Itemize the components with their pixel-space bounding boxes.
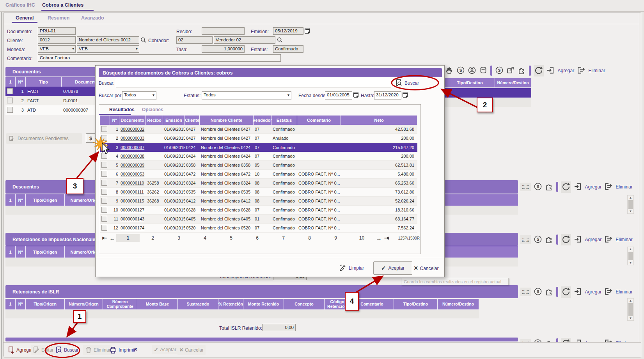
results-col-1[interactable]: Nº — [110, 116, 119, 125]
results-col-4[interactable]: Emisión — [163, 116, 185, 125]
buscar-por-select[interactable]: Todos▾ — [122, 91, 156, 100]
person-circle-icon[interactable] — [468, 66, 476, 76]
row-checkbox[interactable] — [101, 126, 107, 132]
toolbar-eliminar-label[interactable]: Eliminar — [616, 289, 632, 295]
modal-search-input[interactable] — [116, 79, 391, 87]
aceptar-button[interactable]: ✓ Aceptar — [152, 345, 178, 354]
toolbar-agregar-label[interactable]: Agregar — [585, 341, 602, 342]
page-7-button[interactable]: 7 — [270, 235, 296, 241]
cell-documento-link[interactable]: 0000000032 — [119, 127, 146, 132]
row-checkbox[interactable] — [101, 216, 107, 222]
selected-row-fragment[interactable] — [445, 88, 531, 98]
puzzle-icon[interactable] — [545, 287, 554, 297]
results-col-2[interactable]: Documento — [119, 116, 146, 125]
recibo-field[interactable] — [202, 27, 245, 35]
toolbar-eliminar-label[interactable]: Eliminar — [588, 68, 605, 73]
scroll-up-icon[interactable]: ▲ — [629, 196, 632, 199]
results-col-7[interactable]: Vendedor — [254, 116, 271, 125]
tab-resultados[interactable]: Resultados — [109, 107, 135, 112]
page-9-button[interactable]: 9 — [323, 235, 349, 241]
toolbar-eliminar-label[interactable]: Eliminar — [616, 341, 632, 342]
cell-documento-link[interactable]: 0000000039 — [119, 163, 146, 167]
row-checkbox[interactable] — [101, 180, 107, 186]
remove-rows-icon[interactable] — [577, 66, 585, 76]
last-page-button[interactable]: ⇥ — [383, 235, 390, 242]
cell-documento-link[interactable]: 0000000174 — [119, 226, 146, 230]
page-1-button[interactable]: 1 — [116, 234, 140, 242]
tab-cobros-a-clientes[interactable]: Cobros a Clientes — [42, 2, 83, 8]
page-6-button[interactable]: 6 — [244, 235, 270, 241]
cell-documento-link[interactable]: 0000000038 — [119, 154, 146, 158]
tab-avanzado[interactable]: Avanzado — [81, 15, 104, 21]
refresh-icon[interactable] — [561, 234, 571, 245]
page-10-button[interactable]: 10 — [349, 235, 375, 241]
documento-field[interactable]: PRU-01 — [38, 27, 76, 35]
resize-columns-icon[interactable]: ← → ⇤ ⇥ — [520, 339, 531, 342]
row-checkbox[interactable] — [101, 198, 107, 204]
puzzle-icon[interactable] — [545, 182, 554, 192]
cell-documento-link[interactable]: 0000000053 — [119, 172, 146, 176]
hasta-field[interactable]: 31/12/2020 — [374, 91, 401, 100]
results-col-8[interactable]: Estatus — [271, 116, 297, 125]
hand-gesture-icon[interactable] — [445, 66, 454, 76]
add-rows-icon[interactable] — [574, 182, 582, 192]
limpiar-button[interactable]: Limpiar — [339, 264, 364, 272]
refresh-icon[interactable] — [561, 286, 571, 298]
toolbar-agregar-label[interactable]: Agregar — [585, 289, 602, 295]
scroll-down-icon[interactable]: ▼ — [629, 261, 632, 265]
moneda-select[interactable]: VEB▾ — [38, 45, 76, 53]
comentario-field[interactable]: Cobrar Factura — [38, 54, 281, 62]
resize-columns-icon[interactable]: ← → ⇤ ⇥ — [520, 183, 531, 191]
modal-estatus-select[interactable]: Todos▾ — [202, 91, 291, 100]
descuentos-scrollbar[interactable]: ▲▼ — [627, 195, 634, 214]
dollar-circle-icon[interactable]: $ — [534, 235, 542, 245]
modal-aceptar-button[interactable]: ✓ Aceptar — [373, 261, 412, 275]
cell-documento-link[interactable]: 0000000111 — [119, 190, 146, 194]
results-row[interactable]: 2 0000000033 01/09/2015 0427 Nombre del … — [100, 134, 417, 143]
emision-field[interactable]: 05/12/2019 — [273, 27, 303, 35]
database-icon[interactable] — [479, 66, 488, 76]
add-rows-icon[interactable] — [546, 66, 555, 76]
search-icon[interactable] — [277, 37, 283, 43]
page-3-button[interactable]: 3 — [166, 235, 192, 241]
row-checkbox[interactable] — [101, 162, 107, 168]
calendar-icon[interactable] — [403, 92, 408, 98]
puzzle-icon[interactable] — [545, 339, 554, 342]
prev-page-button[interactable]: ← — [108, 235, 116, 242]
documentos-pendientes-button[interactable]: Documentos Pendientes — [6, 133, 82, 144]
retenciones-islr-scrollbar[interactable]: ▲▼ — [627, 298, 634, 321]
tab-graficos-ihc[interactable]: Gráficos IHC — [5, 2, 35, 8]
fecha-desde-field[interactable]: 01/01/2005 — [325, 91, 352, 100]
results-col-5[interactable]: Cliente — [185, 116, 200, 125]
scroll-down-icon[interactable]: ▼ — [629, 210, 632, 213]
cell-documento-link[interactable]: 0000000127 — [119, 208, 146, 212]
cancelar-button[interactable]: × Cancelar — [177, 345, 206, 355]
toolbar-eliminar-label[interactable]: Eliminar — [616, 184, 632, 190]
remove-rows-icon[interactable] — [604, 182, 613, 192]
page-2-button[interactable]: 2 — [140, 235, 166, 241]
row-checkbox[interactable] — [101, 171, 107, 177]
dollar-circle-icon[interactable]: $ — [456, 66, 465, 76]
puzzle-icon[interactable] — [545, 235, 554, 245]
buscar-button[interactable]: Buscar — [53, 345, 80, 355]
remove-rows-icon[interactable] — [604, 339, 613, 342]
results-col-0[interactable] — [100, 116, 110, 125]
page-4-button[interactable]: 4 — [192, 235, 218, 241]
add-rows-icon[interactable] — [574, 287, 582, 297]
scroll-thumb[interactable] — [628, 252, 633, 260]
results-col-10[interactable]: Neto — [341, 116, 417, 125]
results-col-3[interactable]: Recibo — [146, 116, 163, 125]
resize-columns-icon[interactable]: ← → ⇤ ⇥ — [520, 235, 531, 244]
scroll-up-icon[interactable]: ▲ — [629, 299, 632, 302]
tasa-field[interactable]: 1,000000 — [202, 45, 245, 53]
tab-general[interactable]: General — [16, 15, 34, 21]
results-row[interactable]: 4 0000000038 01/09/2015 0424 Nombre del … — [100, 152, 417, 161]
results-row[interactable]: 7 0000000110 36258 01/09/2015 0324 Nombr… — [100, 179, 417, 188]
calendar-icon[interactable] — [305, 28, 310, 34]
page-8-button[interactable]: 8 — [296, 235, 323, 241]
cobrador-codigo-field[interactable]: 02 — [176, 36, 213, 44]
refresh-icon[interactable] — [561, 181, 571, 193]
cliente-nombre-field[interactable]: Nombre del Clientes 0012 — [77, 36, 139, 44]
cell-documento-link[interactable]: 0000000115 — [119, 199, 146, 203]
row-checkbox[interactable] — [101, 225, 107, 231]
